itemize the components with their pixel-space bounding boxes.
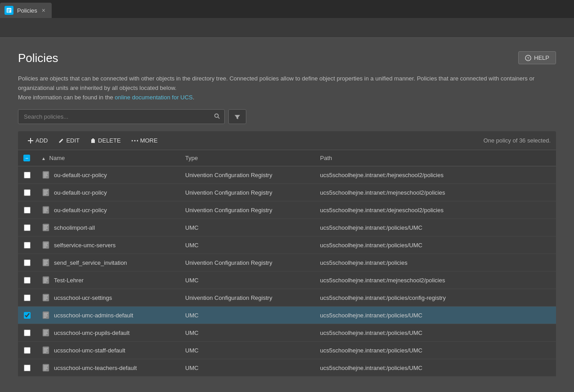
search-bar [18,109,556,124]
delete-button[interactable]: DELETE [86,135,125,146]
row-name-cell: send_self_service_invitation [36,254,180,272]
table-section: ADD EDIT DELETE MORE One policy of 36 se… [18,131,556,377]
table-row: ou-default-ucr-policy Univention Configu… [18,166,556,184]
tab-bar: Policies × [0,0,574,18]
row-checkbox[interactable] [24,330,31,336]
row-path: ucs5schoolhejne.intranet:/policies/UMC [315,359,556,377]
selection-info: One policy of 36 selected. [483,137,551,144]
header-check-wrapper [23,155,31,161]
svg-rect-1 [8,9,11,9]
svg-rect-12 [44,173,48,174]
add-icon [28,138,33,143]
policy-icon [41,258,50,267]
help-button[interactable]: ? HELP [518,51,556,64]
svg-rect-17 [44,190,48,191]
row-path: ucs5schoolhejne.intranet:/policies/UMC [315,342,556,359]
table-row: selfservice-umc-servers UMC ucs5schoolhe… [18,236,556,254]
row-path: ucs5schoolhejne.intranet:/policies/UMC [315,236,556,254]
svg-point-9 [134,140,135,141]
header-checkbox-cell [18,150,36,166]
nav-bar [0,18,574,38]
svg-rect-11 [43,171,49,178]
policy-icon [41,311,50,320]
policy-icon [41,276,50,285]
table-row: ucsschool-umc-teachers-default UMC ucs5s… [18,359,556,377]
filter-icon [234,114,240,120]
row-checkbox[interactable] [24,242,31,249]
sort-up-icon: ▲ [41,156,46,161]
svg-rect-32 [44,243,48,244]
row-checkbox[interactable] [24,365,31,371]
header-path[interactable]: Path [315,150,556,166]
svg-rect-50 [44,299,46,300]
svg-rect-47 [44,295,48,296]
row-name: selfservice-umc-servers [54,242,116,249]
row-checkbox[interactable] [24,259,31,266]
row-path: ucs5schoolhejne.intranet:/dejneschool2/p… [315,201,556,219]
more-button[interactable]: MORE [127,135,162,146]
row-checkbox[interactable] [24,207,31,214]
row-checkbox-cell [18,201,36,219]
svg-rect-36 [43,259,49,266]
svg-rect-43 [44,279,47,280]
row-checkbox[interactable] [24,277,31,284]
row-path: ucs5schoolhejne.intranet:/mejneschool2/p… [315,184,556,201]
policy-icon [41,188,50,197]
row-name-cell: ou-default-ucr-policy [36,201,180,219]
svg-point-6 [215,114,218,117]
svg-rect-45 [44,282,46,283]
delete-icon [90,138,96,143]
svg-rect-41 [43,276,49,284]
svg-rect-58 [44,332,47,333]
search-submit-button[interactable] [213,112,221,121]
svg-rect-20 [44,194,46,195]
svg-rect-28 [44,227,47,227]
table-row: ucsschool-umc-staff-default UMC ucs5scho… [18,342,556,359]
table-row: ucsschool-umc-pupils-default UMC ucs5sch… [18,324,556,342]
svg-rect-26 [43,224,49,231]
header-name[interactable]: ▲ Name [36,150,180,166]
description: Policies are objects that can be connect… [18,74,556,102]
row-checkbox[interactable] [24,294,31,301]
tab-policies[interactable]: Policies × [0,3,52,18]
docs-link[interactable]: online documentation for UCS [115,94,192,101]
row-name-cell: ucsschool-ucr-settings [36,289,180,307]
row-name: Test-Lehrer [54,277,84,284]
svg-point-10 [137,140,138,141]
more-label: MORE [140,137,158,144]
row-name-cell: ucsschool-umc-pupils-default [36,324,180,342]
row-checkbox[interactable] [24,189,31,196]
row-name: ou-default-ucr-policy [54,189,107,196]
policy-icon [41,363,50,372]
row-name: ou-default-ucr-policy [54,172,107,178]
row-checkbox[interactable] [24,172,31,178]
row-name-cell: selfservice-umc-servers [36,236,180,254]
svg-rect-37 [44,260,48,261]
svg-rect-70 [44,370,46,370]
help-button-label: HELP [534,54,549,61]
edit-button[interactable]: EDIT [54,135,84,146]
row-name-cell: ou-default-ucr-policy [36,184,180,201]
filter-button[interactable] [228,109,246,124]
select-all-checkbox[interactable] [23,155,30,161]
row-checkbox[interactable] [24,312,31,319]
row-checkbox[interactable] [24,347,31,354]
svg-rect-44 [44,281,48,281]
add-button[interactable]: ADD [23,135,52,146]
page-title: Policies [18,51,58,65]
tab-close-button[interactable]: × [41,6,46,15]
row-checkbox-cell [18,219,36,236]
page-header: Policies ? HELP [18,51,556,65]
row-checkbox[interactable] [24,224,31,231]
help-icon: ? [525,55,531,61]
svg-rect-2 [8,10,10,11]
svg-rect-56 [43,329,49,336]
svg-rect-38 [44,262,47,263]
row-name: ucsschool-umc-staff-default [54,347,125,354]
table-row: send_self_service_invitation Univention … [18,254,556,272]
header-type[interactable]: Type [180,150,315,166]
description-text-1: Policies are objects that can be connect… [18,74,556,93]
svg-rect-49 [44,298,48,299]
svg-rect-25 [44,212,46,213]
search-input[interactable] [18,109,225,124]
